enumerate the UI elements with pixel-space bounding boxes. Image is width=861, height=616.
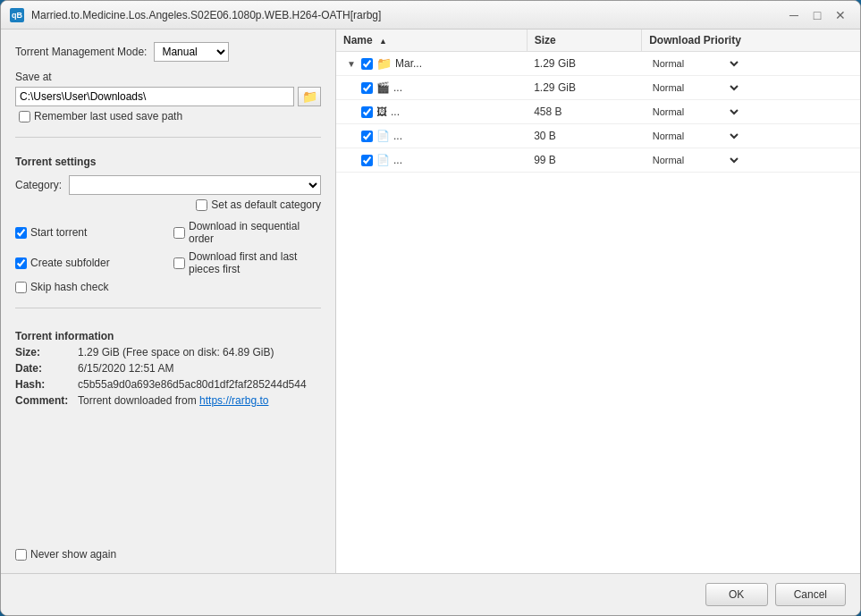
file-name-cell: ▼📁Mar... — [343, 56, 519, 71]
never-show-row: Never show again — [15, 541, 321, 561]
file-name-text: ... — [393, 130, 402, 142]
right-panel: Name ▲ Size Download Priority ▼� — [336, 30, 860, 573]
file-size: 1.29 GiB — [527, 52, 642, 76]
close-button[interactable]: ✕ — [830, 4, 851, 26]
info-hash-row: Hash: c5b55a9d0a693e86d5ac80d1df2faf2852… — [15, 378, 321, 391]
skip-hash-checkbox[interactable] — [15, 282, 27, 293]
file-name-cell: 📄... — [343, 154, 519, 166]
file-size: 1.29 GiB — [527, 76, 642, 100]
category-select[interactable] — [69, 175, 321, 195]
remember-label[interactable]: Remember last used save path — [34, 110, 182, 122]
sequential-download-label[interactable]: Download in sequential order — [189, 220, 321, 245]
col-name[interactable]: Name ▲ — [336, 30, 527, 52]
info-comment-row: Comment: Torrent downloaded from https:/… — [15, 394, 321, 407]
file-name-text: ... — [391, 105, 400, 118]
set-default-label[interactable]: Set as default category — [211, 198, 321, 211]
file-checkbox[interactable] — [361, 58, 373, 70]
divider-2 — [15, 308, 321, 308]
title-bar-buttons: ─ □ ✕ — [783, 4, 851, 26]
file-priority-cell: NormalHighMaximumDo not download — [642, 76, 860, 100]
save-path-input[interactable] — [15, 87, 294, 106]
table-row: 🖼...458 BNormalHighMaximumDo not downloa… — [336, 100, 860, 124]
start-torrent-checkbox[interactable] — [15, 227, 27, 239]
table-header: Name ▲ Size Download Priority — [336, 30, 860, 52]
save-at-label: Save at — [15, 71, 321, 83]
info-size-value: 1.29 GiB (Free space on disk: 64.89 GiB) — [78, 346, 274, 359]
main-window: qB Married.to.Medicine.Los.Angeles.S02E0… — [0, 0, 861, 616]
create-subfolder-checkbox[interactable] — [15, 257, 27, 269]
file-size: 458 B — [527, 100, 642, 124]
file-type-icon: 📄 — [376, 130, 390, 142]
management-mode-row: Torrent Management Mode: Manual Automati… — [15, 42, 321, 62]
info-comment-text: Torrent downloaded from https://rarbg.to — [78, 394, 268, 407]
info-size-key: Size: — [15, 346, 78, 359]
default-category-row: Set as default category — [15, 198, 321, 211]
maximize-button[interactable]: □ — [806, 4, 828, 26]
folder-expand-icon[interactable]: ▼ — [347, 59, 358, 69]
priority-select[interactable]: NormalHighMaximumDo not download — [649, 104, 741, 120]
file-type-icon: 🖼 — [376, 105, 387, 118]
set-default-checkbox[interactable] — [196, 199, 207, 211]
file-checkbox[interactable] — [361, 155, 373, 166]
col-size[interactable]: Size — [527, 30, 642, 52]
file-name-cell: 🎬... — [343, 81, 519, 94]
remember-row: Remember last used save path — [19, 110, 321, 122]
first-last-pieces-checkbox[interactable] — [173, 257, 185, 269]
minimize-button[interactable]: ─ — [783, 4, 805, 26]
window-title: Married.to.Medicine.Los.Angeles.S02E06.1… — [31, 9, 783, 21]
file-priority-cell: NormalHighMaximumDo not download — [642, 100, 860, 124]
app-icon: qB — [10, 8, 24, 22]
sequential-download-checkbox[interactable] — [173, 227, 185, 239]
file-size: 99 B — [527, 148, 642, 173]
file-size: 30 B — [527, 124, 642, 148]
torrent-settings-label: Torrent settings — [15, 156, 321, 168]
create-subfolder-item: Create subfolder — [15, 250, 163, 275]
management-mode-label: Torrent Management Mode: — [15, 46, 147, 58]
priority-select[interactable]: NormalHighMaximumDo not download — [649, 152, 741, 168]
torrent-info-label: Torrent information — [15, 330, 321, 342]
files-table: Name ▲ Size Download Priority ▼� — [336, 30, 860, 173]
file-name-text: ... — [393, 154, 402, 166]
save-at-section: Save at 📁 Remember last used save path — [15, 71, 321, 122]
content-area: Torrent Management Mode: Manual Automati… — [1, 30, 860, 573]
col-priority[interactable]: Download Priority — [642, 30, 860, 52]
file-type-icon: 📄 — [376, 154, 390, 166]
skip-hash-label[interactable]: Skip hash check — [30, 281, 108, 293]
info-hash-value: c5b55a9d0a693e86d5ac80d1df2faf285244d544 — [78, 378, 307, 391]
priority-select[interactable]: NormalHighMaximumDo not download — [649, 55, 741, 72]
file-name-text: Mar... — [395, 57, 422, 70]
start-torrent-label[interactable]: Start torrent — [30, 226, 87, 239]
never-show-checkbox[interactable] — [15, 549, 27, 561]
info-hash-key: Hash: — [15, 378, 78, 391]
ok-button[interactable]: OK — [705, 583, 768, 606]
browse-folder-button[interactable]: 📁 — [298, 87, 321, 106]
torrent-info-section: Torrent information Size: 1.29 GiB (Free… — [15, 326, 321, 407]
sequential-download-item: Download in sequential order — [173, 220, 321, 245]
start-torrent-item: Start torrent — [15, 220, 163, 245]
file-type-icon: 🎬 — [376, 81, 390, 94]
file-list: ▼📁Mar...1.29 GiBNormalHighMaximumDo not … — [336, 52, 860, 173]
info-date-value: 6/15/2020 12:51 AM — [78, 362, 173, 375]
cancel-button[interactable]: Cancel — [775, 583, 846, 606]
first-last-pieces-label[interactable]: Download first and last pieces first — [189, 250, 321, 275]
rarbg-link[interactable]: https://rarbg.to — [199, 394, 268, 407]
info-date-key: Date: — [15, 362, 78, 375]
never-show-label[interactable]: Never show again — [30, 548, 116, 561]
skip-hash-item: Skip hash check — [15, 281, 163, 293]
priority-select[interactable]: NormalHighMaximumDo not download — [649, 80, 741, 96]
save-at-row: 📁 — [15, 87, 321, 106]
create-subfolder-label[interactable]: Create subfolder — [30, 257, 110, 269]
priority-select[interactable]: NormalHighMaximumDo not download — [649, 128, 741, 144]
info-comment-key: Comment: — [15, 394, 78, 407]
title-bar: qB Married.to.Medicine.Los.Angeles.S02E0… — [1, 1, 860, 30]
footer: OK Cancel — [1, 573, 860, 615]
file-checkbox[interactable] — [361, 106, 373, 118]
management-mode-select[interactable]: Manual Automatic — [154, 42, 229, 62]
info-size-row: Size: 1.29 GiB (Free space on disk: 64.8… — [15, 346, 321, 359]
remember-checkbox[interactable] — [19, 111, 30, 122]
file-table: Name ▲ Size Download Priority ▼� — [336, 30, 860, 573]
file-checkbox[interactable] — [361, 131, 373, 142]
file-checkbox[interactable] — [361, 82, 373, 94]
category-section: Category: Set as default category — [15, 175, 321, 211]
first-last-pieces-item: Download first and last pieces first — [173, 250, 321, 275]
